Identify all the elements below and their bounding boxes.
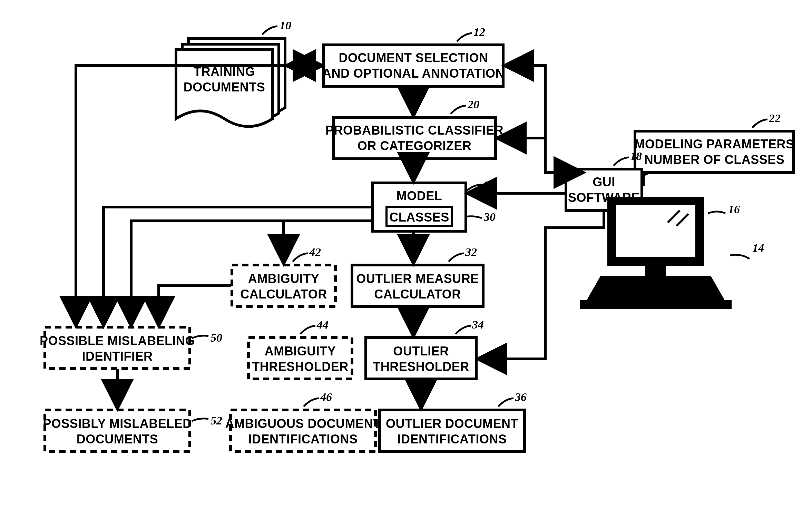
ref-50: 50 [211,331,222,344]
outlier-thresh-box: OUTLIER THRESHOLDER 34 [366,318,484,379]
svg-rect-7 [616,205,695,257]
ref-22: 22 [769,112,781,125]
classifier-l2: OR CATEGORIZER [358,139,471,153]
doc-selection-box: DOCUMENT SELECTION AND OPTIONAL ANNOTATI… [322,26,505,86]
ambiguity-thresh-box: AMBIGUITY THRESHOLDER 44 [248,318,352,379]
ref-20: 20 [467,98,479,111]
ref-32: 32 [465,246,477,258]
ref-30: 30 [483,211,496,223]
outlier-calc-box: OUTLIER MEASURE CALCULATOR 32 [352,246,483,306]
pm-l1: POSSIBLY MISLABELED [43,417,192,431]
possibly-mislabeled-box: POSSIBLY MISLABELED DOCUMENTS 52 [43,410,222,451]
training-documents-text-2: DOCUMENTS [184,80,265,94]
classes-text: CLASSES [389,210,449,224]
out-th-l2: THRESHOLDER [373,360,469,374]
diagram-stage: TRAINING DOCUMENTS 10 DOCUMENT SELECTION… [0,0,812,509]
out-id-l2: IDENTIFICATIONS [398,432,507,446]
training-documents: TRAINING DOCUMENTS 10 [176,19,291,127]
amb-id-l1: AMBIGUOUS DOCUMENT [225,417,381,431]
mislabel-l2: IDENTIFIER [82,349,153,363]
ref-46: 46 [320,391,332,403]
amb-calc-l2: CALCULATOR [240,287,327,301]
out-calc-l1: OUTLIER MEASURE [356,272,479,286]
pm-l2: DOCUMENTS [77,432,158,446]
amb-id-l2: IDENTIFICATIONS [248,432,358,446]
classifier-l1: PROBABILISTIC CLASSIFIER [325,123,503,137]
ref-52: 52 [211,414,222,427]
model-box: MODEL CLASSES 24 30 [373,179,496,231]
svg-marker-11 [587,276,725,300]
ref-34: 34 [472,318,484,331]
ref-14: 14 [752,242,764,254]
ref-10: 10 [280,19,291,32]
modeling-params-box: MODELING PARAMETERS NUMBER OF CLASSES 22 [635,112,794,173]
amb-th-l1: AMBIGUITY [265,344,336,358]
amb-calc-l1: AMBIGUITY [248,272,320,286]
ref-18: 18 [630,150,642,163]
ambiguous-ids-box: AMBIGUOUS DOCUMENT IDENTIFICATIONS 46 [225,391,381,451]
model-text: MODEL [397,189,442,203]
gui-l1: GUI [593,175,615,189]
out-calc-l2: CALCULATOR [374,287,461,301]
outlier-ids-box: OUTLIER DOCUMENT IDENTIFICATIONS 36 [380,391,527,451]
svg-rect-10 [645,266,666,276]
amb-th-l2: THRESHOLDER [252,360,349,374]
out-id-l1: OUTLIER DOCUMENT [386,417,518,431]
possible-mislabel-box: POSSIBLE MISLABELING IDENTIFIER 50 [40,327,222,369]
ref-44: 44 [316,318,329,331]
ref-42: 42 [309,246,321,258]
ref-16: 16 [728,203,740,216]
modeling-params-l2: NUMBER OF CLASSES [644,153,785,167]
ref-36: 36 [515,391,527,403]
out-th-l1: OUTLIER [393,344,449,358]
ref-24: 24 [483,179,496,192]
doc-selection-l1: DOCUMENT SELECTION [339,51,488,65]
ref-12: 12 [473,26,485,38]
computer-icon: 16 14 [580,197,764,309]
svg-rect-12 [580,300,732,309]
doc-selection-l2: AND OPTIONAL ANNOTATION [322,66,505,80]
mislabel-l1: POSSIBLE MISLABELING [40,334,195,348]
svg-text:DOCUMENTS: DOCUMENTS [184,80,265,94]
modeling-params-l1: MODELING PARAMETERS [635,137,794,151]
